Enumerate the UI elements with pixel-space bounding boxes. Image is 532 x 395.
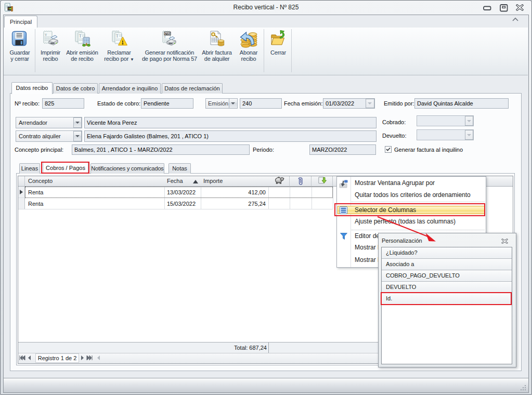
svg-text:T: T: [45, 33, 47, 37]
svg-text:T: T: [79, 34, 82, 38]
svg-text:T: T: [164, 35, 166, 38]
svg-text:T: T: [116, 34, 119, 38]
